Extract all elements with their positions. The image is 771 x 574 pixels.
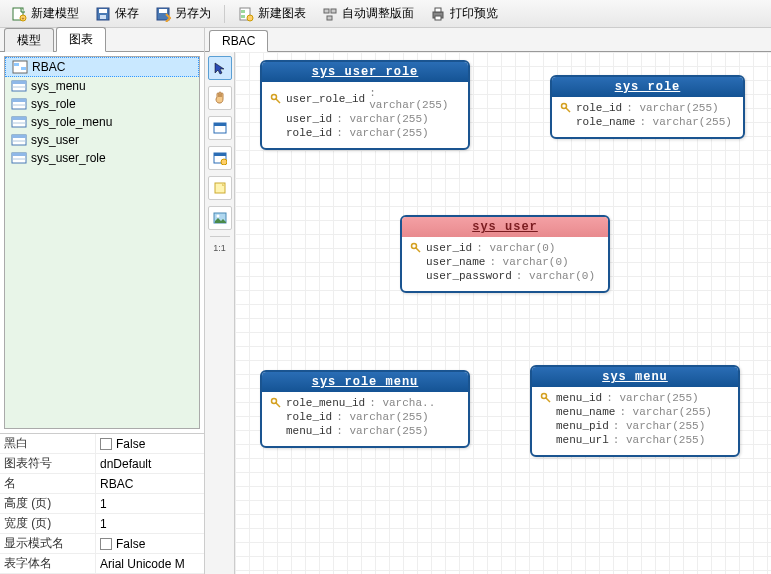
property-value[interactable]: dnDefault: [95, 454, 204, 473]
column-name: role_menu_id: [286, 397, 365, 409]
tree-item-label: sys_user_role: [31, 151, 106, 165]
property-row[interactable]: 名RBAC: [0, 474, 204, 494]
auto-layout-button[interactable]: 自动调整版面: [315, 2, 421, 25]
table-icon: [11, 115, 27, 129]
column-row[interactable]: menu_name: varchar(255): [540, 405, 730, 419]
column-row[interactable]: user_name: varchar(0): [410, 255, 600, 269]
property-row[interactable]: 图表符号dnDefault: [0, 454, 204, 474]
primary-key-icon: [410, 242, 422, 254]
column-row[interactable]: menu_id: varchar(255): [270, 424, 460, 438]
checkbox-icon[interactable]: [100, 438, 112, 450]
property-value[interactable]: False: [95, 434, 204, 453]
column-row[interactable]: role_id: varchar(255): [270, 410, 460, 424]
svg-point-43: [216, 215, 219, 218]
save-as-button[interactable]: 另存为: [148, 2, 218, 25]
column-row[interactable]: menu_pid: varchar(255): [540, 419, 730, 433]
tree-view[interactable]: RBAC sys_menusys_rolesys_role_menusys_us…: [4, 56, 200, 429]
entity-sys_role[interactable]: sys_rolerole_id: varchar(255)role_name: …: [550, 75, 745, 139]
column-name: user_password: [426, 270, 512, 282]
tool-hand[interactable]: [208, 86, 232, 110]
entity-sys_user[interactable]: sys_useruser_id: varchar(0)user_name: va…: [400, 215, 610, 293]
entity-sys_role_menu[interactable]: sys_role_menurole_menu_id: varcha..role_…: [260, 370, 470, 448]
entity-header[interactable]: sys_menu: [532, 367, 738, 387]
column-row[interactable]: user_role_id: varchar(255): [270, 86, 460, 112]
main-toolbar: + 新建模型 保存 另存为 新建图表 自动调整版面 打印预览: [0, 0, 771, 28]
tree-item[interactable]: sys_menu: [5, 77, 199, 95]
table-icon: [11, 151, 27, 165]
tab-diagram[interactable]: 图表: [56, 27, 106, 52]
property-row[interactable]: 显示模式名False: [0, 534, 204, 554]
tool-table[interactable]: [208, 116, 232, 140]
column-row[interactable]: user_password: varchar(0): [410, 269, 600, 283]
tool-view[interactable]: [208, 146, 232, 170]
print-preview-button[interactable]: 打印预览: [423, 2, 505, 25]
tool-palette: 1:1: [205, 52, 235, 574]
column-row[interactable]: user_id: varchar(255): [270, 112, 460, 126]
column-row[interactable]: menu_id: varchar(255): [540, 391, 730, 405]
property-row[interactable]: 表字体名Arial Unicode M: [0, 554, 204, 574]
table-icon: [11, 133, 27, 147]
svg-rect-14: [327, 16, 332, 20]
entity-header[interactable]: sys_user_role: [262, 62, 468, 82]
svg-rect-28: [12, 117, 26, 120]
tree-item[interactable]: sys_role: [5, 95, 199, 113]
entity-body: role_id: varchar(255)role_name: varchar(…: [552, 97, 743, 137]
primary-key-icon: [540, 392, 552, 404]
save-button[interactable]: 保存: [88, 2, 146, 25]
property-name: 名: [0, 475, 95, 492]
save-icon: [95, 6, 111, 22]
save-label: 保存: [115, 5, 139, 22]
tool-note[interactable]: [208, 176, 232, 200]
tool-pointer[interactable]: [208, 56, 232, 80]
column-spacer: [270, 127, 282, 139]
tool-image[interactable]: [208, 206, 232, 230]
property-value[interactable]: Arial Unicode M: [95, 554, 204, 573]
svg-rect-9: [241, 10, 245, 13]
new-diagram-button[interactable]: 新建图表: [231, 2, 313, 25]
new-diagram-label: 新建图表: [258, 5, 306, 22]
canvas-tab-rbac[interactable]: RBAC: [209, 30, 268, 52]
svg-rect-20: [21, 67, 26, 70]
tree-item-label: sys_menu: [31, 79, 86, 93]
svg-rect-34: [12, 153, 26, 156]
entity-sys_user_role[interactable]: sys_user_roleuser_role_id: varchar(255)u…: [260, 60, 470, 150]
new-diagram-icon: [238, 6, 254, 22]
new-model-label: 新建模型: [31, 5, 79, 22]
svg-text:+: +: [22, 15, 25, 21]
property-row[interactable]: 黑白False: [0, 434, 204, 454]
column-row[interactable]: user_id: varchar(0): [410, 241, 600, 255]
column-row[interactable]: menu_url: varchar(255): [540, 433, 730, 447]
column-row[interactable]: role_name: varchar(255): [560, 115, 735, 129]
property-value[interactable]: RBAC: [95, 474, 204, 493]
tree-item[interactable]: sys_user_role: [5, 149, 199, 167]
column-name: user_role_id: [286, 93, 365, 105]
svg-rect-19: [14, 63, 19, 66]
property-value[interactable]: False: [95, 534, 204, 553]
tool-relationship-label[interactable]: 1:1: [213, 243, 226, 253]
tree-item[interactable]: sys_user: [5, 131, 199, 149]
column-name: role_id: [286, 127, 332, 139]
new-model-button[interactable]: + 新建模型: [4, 2, 86, 25]
diagram-icon: [12, 60, 28, 74]
column-row[interactable]: role_id: varchar(255): [560, 101, 735, 115]
property-value[interactable]: 1: [95, 494, 204, 513]
property-value[interactable]: 1: [95, 514, 204, 533]
entity-sys_menu[interactable]: sys_menumenu_id: varchar(255)menu_name: …: [530, 365, 740, 457]
column-name: menu_name: [556, 406, 615, 418]
checkbox-icon[interactable]: [100, 538, 112, 550]
column-name: menu_id: [556, 392, 602, 404]
column-spacer: [540, 434, 552, 446]
property-row[interactable]: 宽度 (页)1: [0, 514, 204, 534]
entity-body: user_role_id: varchar(255)user_id: varch…: [262, 82, 468, 148]
column-row[interactable]: role_menu_id: varcha..: [270, 396, 460, 410]
entity-header[interactable]: sys_role_menu: [262, 372, 468, 392]
svg-rect-5: [100, 15, 106, 19]
tab-model[interactable]: 模型: [4, 28, 54, 52]
tree-root[interactable]: RBAC: [5, 57, 199, 77]
entity-header[interactable]: sys_user: [402, 217, 608, 237]
column-row[interactable]: role_id: varchar(255): [270, 126, 460, 140]
tree-item[interactable]: sys_role_menu: [5, 113, 199, 131]
property-row[interactable]: 高度 (页)1: [0, 494, 204, 514]
entity-header[interactable]: sys_role: [552, 77, 743, 97]
er-canvas[interactable]: sys_user_roleuser_role_id: varchar(255)u…: [235, 52, 771, 574]
